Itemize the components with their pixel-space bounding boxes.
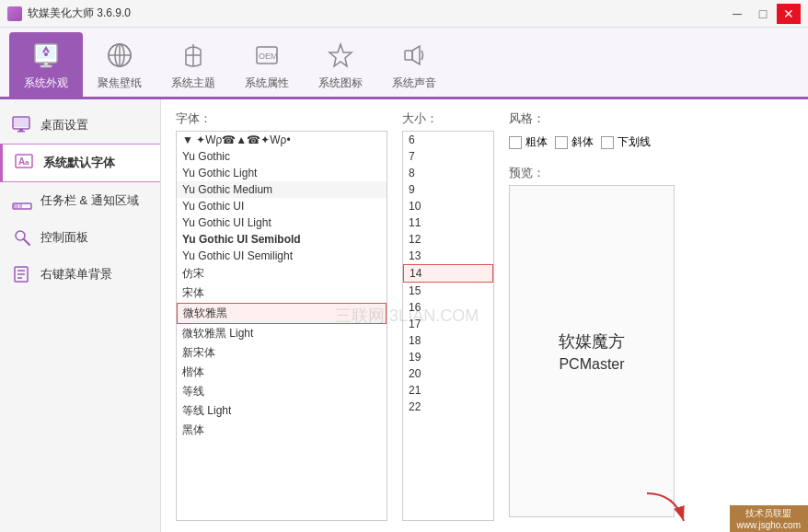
size-list[interactable]: 678910111213141516171819202122 <box>402 131 494 521</box>
taskbar-icon <box>11 190 33 212</box>
sidebar-item-control[interactable]: 控制面板 <box>0 219 160 256</box>
tab-icons[interactable]: 系统图标 <box>304 32 377 97</box>
font-column-label: 字体： <box>176 110 387 127</box>
font-list-item[interactable]: Yu Gothic UI Semibold <box>177 231 387 248</box>
font-list-item[interactable]: 仿宋 <box>177 264 387 283</box>
tab-system-appearance-label: 系统外观 <box>24 75 68 91</box>
font-list-item[interactable]: Yu Gothic UI Semilight <box>177 248 387 264</box>
font-list-item[interactable]: Yu Gothic Light <box>177 165 387 181</box>
size-list-item[interactable]: 18 <box>403 332 493 349</box>
tab-wallpaper-icon <box>103 39 136 72</box>
tab-theme[interactable]: 系统主题 <box>156 32 230 97</box>
main-content: 桌面设置 A a 系统默认字体 任务栏 & 通知区域 <box>0 99 808 532</box>
tab-sounds-icon <box>398 39 431 72</box>
sidebar-item-taskbar[interactable]: 任务栏 & 通知区域 <box>0 182 160 219</box>
sidebar-item-taskbar-label: 任务栏 & 通知区域 <box>40 192 139 209</box>
sidebar: 桌面设置 A a 系统默认字体 任务栏 & 通知区域 <box>0 99 161 532</box>
font-column: 字体： ▼ ✦Wρ☎▲☎✦Wρ•Yu GothicYu Gothic Light… <box>176 110 387 521</box>
maximize-button[interactable]: □ <box>751 4 775 24</box>
control-icon <box>11 226 33 249</box>
size-list-item[interactable]: 12 <box>403 231 493 248</box>
font-list-item[interactable]: 楷体 <box>177 363 387 382</box>
font-list-item[interactable]: 宋体 <box>177 283 387 303</box>
sidebar-item-font[interactable]: A a 系统默认字体 <box>0 144 160 182</box>
underline-label: 下划线 <box>618 134 651 150</box>
size-list-item[interactable]: 21 <box>403 382 493 399</box>
size-list-item[interactable]: 6 <box>403 132 493 148</box>
font-panel-row: 字体： ▼ ✦Wρ☎▲☎✦Wρ•Yu GothicYu Gothic Light… <box>176 110 793 521</box>
font-list-item[interactable]: 微软雅黑 Light <box>177 324 387 343</box>
tab-icons-icon <box>324 39 357 72</box>
app-icon <box>7 6 22 21</box>
svg-text:OEM: OEM <box>259 52 278 61</box>
font-list-item[interactable]: 等线 Light <box>177 401 387 421</box>
tab-wallpaper[interactable]: 聚焦壁纸 <box>83 32 156 97</box>
svg-marker-14 <box>329 44 352 66</box>
size-list-item[interactable]: 17 <box>403 316 493 332</box>
font-list-item[interactable]: 等线 <box>177 382 387 401</box>
tab-theme-icon <box>177 39 210 72</box>
tab-sounds[interactable]: 系统声音 <box>377 32 451 97</box>
desktop-icon <box>11 114 33 136</box>
size-list-item[interactable]: 10 <box>403 198 493 214</box>
bold-label: 粗体 <box>525 134 548 150</box>
size-list-item[interactable]: 14 <box>403 264 493 283</box>
size-list-item[interactable]: 16 <box>403 299 493 316</box>
font-list[interactable]: ▼ ✦Wρ☎▲☎✦Wρ•Yu GothicYu Gothic LightYu G… <box>176 131 387 521</box>
title-bar: 软媒美化大师 3.6.9.0 ─ □ ✕ <box>0 0 808 28</box>
size-list-item[interactable]: 13 <box>403 248 493 264</box>
underline-cb-box[interactable] <box>601 136 614 149</box>
preview-text-cn: 软媒魔方 <box>559 330 625 353</box>
sidebar-item-context[interactable]: 右键菜单背景 <box>0 256 160 293</box>
tab-properties-label: 系统属性 <box>245 75 289 91</box>
minimize-button[interactable]: ─ <box>725 4 749 24</box>
underline-checkbox[interactable]: 下划线 <box>601 134 651 150</box>
app-title: 软媒美化大师 3.6.9.0 <box>28 6 725 21</box>
context-icon <box>11 263 33 285</box>
font-list-item[interactable]: ▼ ✦Wρ☎▲☎✦Wρ• <box>177 132 387 148</box>
bold-cb-box[interactable] <box>509 136 522 149</box>
tab-wallpaper-label: 聚焦壁纸 <box>98 75 142 91</box>
svg-rect-3 <box>40 65 52 67</box>
size-list-item[interactable]: 19 <box>403 349 493 365</box>
svg-marker-16 <box>412 46 420 64</box>
size-list-item[interactable]: 9 <box>403 181 493 198</box>
size-list-item[interactable]: 22 <box>403 399 493 415</box>
sidebar-item-desktop[interactable]: 桌面设置 <box>0 107 160 144</box>
font-list-item[interactable]: Yu Gothic UI Light <box>177 214 387 231</box>
right-panel: 三联网 3LIAN.COM 字体： ▼ ✦Wρ☎▲☎✦Wρ•Yu GothicY… <box>161 99 808 532</box>
style-preview-column: 风格： 粗体 斜体 下划线 预览： <box>509 110 675 521</box>
preview-box: 软媒魔方 PCMaster <box>509 185 675 517</box>
font-list-item[interactable]: 微软雅黑 <box>177 303 387 324</box>
font-icon: A a <box>14 152 36 174</box>
font-list-item[interactable]: Yu Gothic Medium <box>177 181 387 198</box>
style-checkboxes: 粗体 斜体 下划线 <box>509 134 675 150</box>
font-list-item[interactable]: Yu Gothic <box>177 148 387 165</box>
size-list-item[interactable]: 8 <box>403 165 493 181</box>
svg-point-4 <box>44 52 48 56</box>
size-list-item[interactable]: 15 <box>403 283 493 299</box>
font-list-item[interactable]: 黑体 <box>177 421 387 440</box>
close-button[interactable]: ✕ <box>777 4 801 24</box>
size-list-item[interactable]: 20 <box>403 365 493 382</box>
style-column-label: 风格： <box>509 110 675 127</box>
sidebar-item-font-label: 系统默认字体 <box>43 155 115 171</box>
sidebar-item-control-label: 控制面板 <box>40 229 88 246</box>
tab-icons-label: 系统图标 <box>318 75 363 91</box>
preview-text-en: PCMaster <box>559 356 624 373</box>
tab-properties[interactable]: OEM 系统属性 <box>230 32 304 97</box>
italic-cb-box[interactable] <box>555 136 568 149</box>
italic-checkbox[interactable]: 斜体 <box>555 134 594 150</box>
bold-checkbox[interactable]: 粗体 <box>509 134 548 150</box>
svg-line-28 <box>24 239 29 245</box>
sidebar-item-desktop-label: 桌面设置 <box>40 117 88 133</box>
svg-text:a: a <box>25 158 29 167</box>
font-list-item[interactable]: 新宋体 <box>177 343 387 363</box>
tab-bar: 系统外观 聚焦壁纸 系统主题 OEM <box>0 28 808 99</box>
font-list-item[interactable]: Yu Gothic UI <box>177 198 387 214</box>
tab-theme-label: 系统主题 <box>171 75 215 91</box>
tab-system-appearance[interactable]: 系统外观 <box>9 32 83 97</box>
sidebar-item-context-label: 右键菜单背景 <box>40 266 112 283</box>
size-list-item[interactable]: 11 <box>403 214 493 231</box>
size-list-item[interactable]: 7 <box>403 148 493 165</box>
